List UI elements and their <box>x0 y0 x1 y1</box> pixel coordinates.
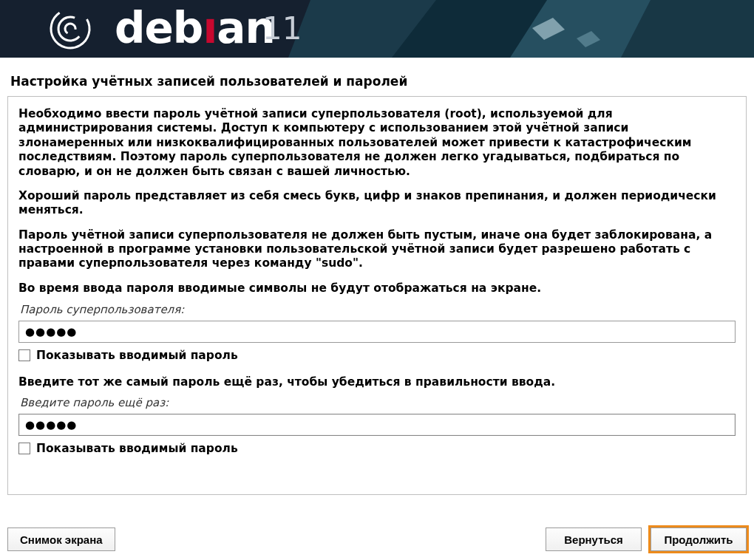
confirm-password-label: Введите пароль ещё раз: <box>20 396 736 409</box>
show-password-checkbox-1[interactable] <box>18 349 30 361</box>
confirm-password-input[interactable] <box>18 414 736 436</box>
main-content-box: Необходимо ввести пароль учётной записи … <box>7 96 747 495</box>
instruction-paragraph: Необходимо ввести пароль учётной записи … <box>18 107 736 179</box>
root-password-label: Пароль суперпользователя: <box>20 303 736 316</box>
instructions-block: Необходимо ввести пароль учётной записи … <box>18 107 736 300</box>
debian-wordmark: debıan <box>115 3 275 53</box>
svg-point-7 <box>47 5 94 52</box>
header-banner: debıan 11 <box>0 0 754 58</box>
root-password-input[interactable] <box>18 321 736 343</box>
show-password-label-2[interactable]: Показывать вводимый пароль <box>36 442 238 455</box>
show-password-checkbox-2[interactable] <box>18 443 30 454</box>
back-button[interactable]: Вернуться <box>546 527 642 551</box>
banner-geometry <box>0 0 754 58</box>
continue-button[interactable]: Продолжить <box>651 527 747 551</box>
brand-prefix: deb <box>115 3 203 53</box>
page-title: Настройка учётных записей пользователей … <box>0 58 754 96</box>
instruction-paragraph: Хороший пароль представляет из себя смес… <box>18 189 736 218</box>
debian-version: 11 <box>262 10 302 47</box>
instruction-paragraph: Во время ввода пароля вводимые символы н… <box>18 281 736 296</box>
brand-dotless-i: ı <box>203 3 217 53</box>
show-password-label-1[interactable]: Показывать вводимый пароль <box>36 349 238 362</box>
svg-point-9 <box>63 21 77 35</box>
confirm-password-prompt: Введите тот же самый пароль ещё раз, что… <box>18 375 736 389</box>
button-bar: Снимок экрана Вернуться Продолжить <box>7 527 747 551</box>
screenshot-button[interactable]: Снимок экрана <box>7 527 115 551</box>
debian-swirl-icon <box>47 5 94 52</box>
svg-point-8 <box>53 12 86 45</box>
instruction-paragraph: Пароль учётной записи суперпользователя … <box>18 228 736 271</box>
